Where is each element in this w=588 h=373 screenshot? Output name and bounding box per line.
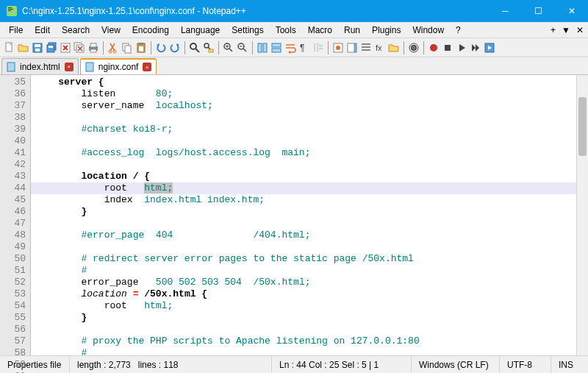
minimize-button[interactable]: ─: [489, 0, 522, 22]
vertical-scrollbar[interactable]: [576, 75, 588, 355]
code-line[interactable]: error_page 500 502 503 504 /50x.html;: [31, 277, 576, 288]
save-macro-icon[interactable]: [483, 41, 496, 54]
folder-workspace-icon[interactable]: [387, 41, 401, 54]
status-encoding: UTF-8: [500, 356, 551, 373]
code-line[interactable]: # redirect server error pages to the sta…: [31, 253, 576, 265]
menu-window[interactable]: Window: [406, 24, 450, 37]
scrollbar-thumb[interactable]: [578, 97, 587, 156]
code-line[interactable]: #: [31, 347, 576, 355]
monitor-icon[interactable]: [407, 41, 420, 54]
svg-rect-32: [272, 49, 281, 52]
svg-rect-39: [355, 43, 356, 52]
code-line[interactable]: #error_page 404 /404.html;: [31, 230, 576, 241]
code-line[interactable]: root html;: [31, 300, 576, 312]
replace-icon[interactable]: [202, 41, 215, 54]
menu-view[interactable]: View: [96, 24, 126, 37]
show-all-chars-icon[interactable]: ¶: [298, 41, 311, 54]
zoom-out-icon[interactable]: [236, 41, 249, 54]
code-line[interactable]: server {: [31, 77, 576, 88]
line-gutter: 3536373839404142434445464748495051525354…: [0, 75, 31, 355]
code-line[interactable]: listen 80;: [31, 88, 576, 100]
svg-rect-4: [6, 43, 12, 51]
code-line[interactable]: }: [31, 312, 576, 324]
code-line[interactable]: [31, 135, 576, 147]
svg-rect-30: [263, 43, 267, 52]
copy-icon[interactable]: [121, 41, 134, 54]
code-line[interactable]: [31, 112, 576, 124]
menu-encoding[interactable]: Encoding: [126, 24, 175, 37]
doc-list-icon[interactable]: [359, 41, 373, 54]
code-line[interactable]: [31, 241, 576, 253]
record-macro-icon[interactable]: [427, 41, 440, 54]
svg-rect-10: [49, 46, 53, 48]
code-line[interactable]: #access_log logs/host.access.log main;: [31, 147, 576, 159]
menu-edit[interactable]: Edit: [29, 24, 56, 37]
code-line[interactable]: [31, 324, 576, 335]
tab-index-html[interactable]: index.html×: [1, 58, 79, 74]
menu-language[interactable]: Language: [175, 24, 226, 37]
code-content[interactable]: server { listen 80; server_name localhos…: [31, 75, 576, 355]
down-arrow-icon[interactable]: ▼: [562, 25, 570, 35]
cut-icon[interactable]: [107, 41, 120, 54]
redo-icon[interactable]: [168, 41, 182, 54]
svg-rect-7: [35, 49, 40, 51]
sync-v-icon[interactable]: [256, 41, 269, 54]
maximize-button[interactable]: ☐: [522, 0, 555, 22]
code-line[interactable]: #charset koi8-r;: [31, 124, 576, 135]
window-title: C:\nginx-1.25.1\nginx-1.25.1\conf\nginx.…: [22, 6, 489, 16]
svg-rect-1: [8, 7, 12, 8]
svg-rect-29: [258, 43, 262, 52]
play-macro-icon[interactable]: [455, 41, 468, 54]
close-doc-icon[interactable]: ✕: [576, 25, 584, 35]
menu-macro[interactable]: Macro: [302, 24, 338, 37]
code-line[interactable]: server_name localhost;: [31, 100, 576, 112]
stop-macro-icon[interactable]: [441, 41, 454, 54]
indent-guide-icon[interactable]: [312, 41, 325, 54]
svg-point-24: [190, 43, 196, 49]
close-button[interactable]: ✕: [555, 0, 588, 22]
menu-file[interactable]: File: [3, 24, 29, 37]
close-file-icon[interactable]: [59, 41, 72, 54]
plus-icon[interactable]: +: [551, 25, 556, 35]
menu-settings[interactable]: Settings: [226, 24, 269, 37]
tabbar: index.html×nginx.conf×: [0, 57, 588, 75]
code-line[interactable]: [31, 159, 576, 171]
code-line[interactable]: # proxy the PHP scripts to Apache listen…: [31, 335, 576, 347]
sync-h-icon[interactable]: [270, 41, 283, 54]
file-icon: [7, 62, 17, 72]
editor: 3536373839404142434445464748495051525354…: [0, 75, 588, 355]
zoom-in-icon[interactable]: [222, 41, 235, 54]
code-line[interactable]: #: [31, 265, 576, 277]
save-all-icon[interactable]: [45, 41, 58, 54]
menu-tools[interactable]: Tools: [270, 24, 302, 37]
tab-close-icon[interactable]: ×: [65, 63, 74, 71]
tab-nginx-conf[interactable]: nginx.conf×: [80, 58, 157, 74]
new-file-icon[interactable]: [3, 41, 16, 54]
paste-icon[interactable]: [135, 41, 148, 54]
code-line[interactable]: root html;: [31, 182, 576, 194]
undo-icon[interactable]: [154, 41, 168, 54]
save-icon[interactable]: [31, 41, 44, 54]
menu-run[interactable]: Run: [338, 24, 366, 37]
code-line[interactable]: index index.html index.htm;: [31, 194, 576, 206]
wrap-icon[interactable]: [284, 41, 297, 54]
code-line[interactable]: }: [31, 206, 576, 218]
statusbar: Properties file length : 2,773 lines : 1…: [0, 355, 588, 373]
code-line[interactable]: location = /50x.html {: [31, 288, 576, 300]
code-line[interactable]: location / {: [31, 171, 576, 182]
doc-map-icon[interactable]: [345, 41, 359, 54]
open-file-icon[interactable]: [17, 41, 30, 54]
code-line[interactable]: [31, 218, 576, 230]
menu-search[interactable]: Search: [56, 24, 96, 37]
print-icon[interactable]: [87, 41, 100, 54]
app-icon: [6, 5, 18, 17]
find-icon[interactable]: [188, 41, 201, 54]
close-all-icon[interactable]: [73, 41, 86, 54]
menu-?[interactable]: ?: [450, 24, 467, 37]
lang-udl-icon[interactable]: [331, 41, 345, 54]
svg-rect-15: [90, 43, 96, 47]
func-list-icon[interactable]: fx: [373, 41, 387, 54]
play-multi-icon[interactable]: [469, 41, 482, 54]
tab-close-icon[interactable]: ×: [143, 63, 151, 71]
menu-plugins[interactable]: Plugins: [366, 24, 406, 37]
